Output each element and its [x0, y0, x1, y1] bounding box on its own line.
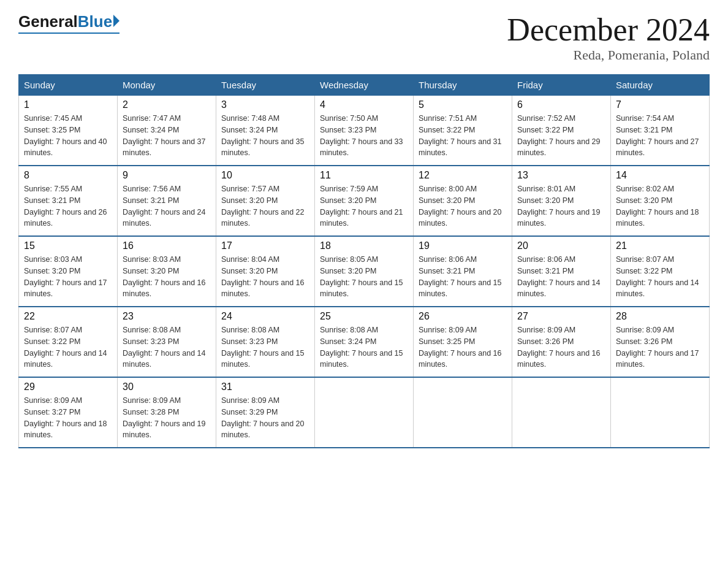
- day-info: Sunrise: 8:09 AMSunset: 3:26 PMDaylight:…: [616, 324, 704, 370]
- day-number: 4: [320, 99, 408, 110]
- calendar-cell: 4Sunrise: 7:50 AMSunset: 3:23 PMDaylight…: [315, 96, 414, 166]
- header-friday: Friday: [512, 75, 611, 96]
- calendar-cell: 18Sunrise: 8:05 AMSunset: 3:20 PMDayligh…: [315, 236, 414, 307]
- day-info: Sunrise: 8:09 AMSunset: 3:27 PMDaylight:…: [24, 395, 112, 441]
- logo-arrow-icon: [113, 15, 119, 27]
- day-number: 2: [123, 99, 211, 110]
- day-number: 16: [123, 240, 211, 251]
- calendar-cell: 14Sunrise: 8:02 AMSunset: 3:20 PMDayligh…: [611, 166, 710, 236]
- calendar-cell: 2Sunrise: 7:47 AMSunset: 3:24 PMDaylight…: [118, 96, 216, 166]
- day-number: 18: [320, 240, 408, 251]
- day-info: Sunrise: 8:08 AMSunset: 3:24 PMDaylight:…: [320, 324, 408, 370]
- day-info: Sunrise: 8:08 AMSunset: 3:23 PMDaylight:…: [221, 324, 309, 370]
- day-info: Sunrise: 8:07 AMSunset: 3:22 PMDaylight:…: [24, 324, 112, 370]
- header-saturday: Saturday: [611, 75, 710, 96]
- month-title: December 2024: [507, 12, 710, 47]
- day-number: 15: [24, 240, 112, 251]
- day-info: Sunrise: 8:07 AMSunset: 3:22 PMDaylight:…: [616, 254, 704, 300]
- calendar-cell: [315, 377, 414, 448]
- day-info: Sunrise: 8:09 AMSunset: 3:29 PMDaylight:…: [221, 395, 309, 441]
- day-number: 21: [616, 240, 704, 251]
- calendar-cell: 10Sunrise: 7:57 AMSunset: 3:20 PMDayligh…: [216, 166, 315, 236]
- calendar-cell: 8Sunrise: 7:55 AMSunset: 3:21 PMDaylight…: [19, 166, 118, 236]
- calendar-cell: 9Sunrise: 7:56 AMSunset: 3:21 PMDaylight…: [118, 166, 216, 236]
- day-info: Sunrise: 7:50 AMSunset: 3:23 PMDaylight:…: [320, 113, 408, 159]
- day-number: 20: [517, 240, 605, 251]
- day-info: Sunrise: 7:52 AMSunset: 3:22 PMDaylight:…: [517, 113, 605, 159]
- calendar-cell: 22Sunrise: 8:07 AMSunset: 3:22 PMDayligh…: [19, 307, 118, 377]
- location-title: Reda, Pomerania, Poland: [507, 47, 710, 63]
- day-info: Sunrise: 7:45 AMSunset: 3:25 PMDaylight:…: [24, 113, 112, 159]
- calendar-cell: 29Sunrise: 8:09 AMSunset: 3:27 PMDayligh…: [19, 377, 118, 448]
- day-number: 19: [419, 240, 507, 251]
- calendar-cell: 21Sunrise: 8:07 AMSunset: 3:22 PMDayligh…: [611, 236, 710, 307]
- calendar-cell: 6Sunrise: 7:52 AMSunset: 3:22 PMDaylight…: [512, 96, 611, 166]
- calendar-week-row: 29Sunrise: 8:09 AMSunset: 3:27 PMDayligh…: [19, 377, 710, 448]
- header-sunday: Sunday: [19, 75, 118, 96]
- day-number: 10: [221, 170, 309, 181]
- day-number: 1: [24, 99, 112, 110]
- day-number: 6: [517, 99, 605, 110]
- calendar-week-row: 8Sunrise: 7:55 AMSunset: 3:21 PMDaylight…: [19, 166, 710, 236]
- day-info: Sunrise: 8:00 AMSunset: 3:20 PMDaylight:…: [419, 183, 507, 229]
- calendar-cell: 15Sunrise: 8:03 AMSunset: 3:20 PMDayligh…: [19, 236, 118, 307]
- day-info: Sunrise: 7:54 AMSunset: 3:21 PMDaylight:…: [616, 113, 704, 159]
- calendar-cell: [611, 377, 710, 448]
- day-info: Sunrise: 8:09 AMSunset: 3:26 PMDaylight:…: [517, 324, 605, 370]
- header-thursday: Thursday: [414, 75, 512, 96]
- day-number: 30: [123, 381, 211, 393]
- logo-general-text: General: [18, 12, 78, 31]
- calendar-cell: 26Sunrise: 8:09 AMSunset: 3:25 PMDayligh…: [414, 307, 512, 377]
- day-info: Sunrise: 8:09 AMSunset: 3:28 PMDaylight:…: [123, 395, 211, 441]
- day-info: Sunrise: 8:02 AMSunset: 3:20 PMDaylight:…: [616, 183, 704, 229]
- day-info: Sunrise: 7:57 AMSunset: 3:20 PMDaylight:…: [221, 183, 309, 229]
- day-info: Sunrise: 7:56 AMSunset: 3:21 PMDaylight:…: [123, 183, 211, 229]
- day-info: Sunrise: 8:06 AMSunset: 3:21 PMDaylight:…: [419, 254, 507, 300]
- day-number: 22: [24, 311, 112, 322]
- day-info: Sunrise: 8:04 AMSunset: 3:20 PMDaylight:…: [221, 254, 309, 300]
- calendar-cell: 17Sunrise: 8:04 AMSunset: 3:20 PMDayligh…: [216, 236, 315, 307]
- day-info: Sunrise: 8:09 AMSunset: 3:25 PMDaylight:…: [419, 324, 507, 370]
- day-info: Sunrise: 8:05 AMSunset: 3:20 PMDaylight:…: [320, 254, 408, 300]
- page-header: General Blue December 2024 Reda, Pomeran…: [18, 12, 710, 63]
- calendar-table: Sunday Monday Tuesday Wednesday Thursday…: [18, 74, 710, 448]
- calendar-cell: 28Sunrise: 8:09 AMSunset: 3:26 PMDayligh…: [611, 307, 710, 377]
- calendar-header-row: Sunday Monday Tuesday Wednesday Thursday…: [19, 75, 710, 96]
- day-number: 9: [123, 170, 211, 181]
- calendar-cell: 27Sunrise: 8:09 AMSunset: 3:26 PMDayligh…: [512, 307, 611, 377]
- calendar-week-row: 1Sunrise: 7:45 AMSunset: 3:25 PMDaylight…: [19, 96, 710, 166]
- calendar-cell: 1Sunrise: 7:45 AMSunset: 3:25 PMDaylight…: [19, 96, 118, 166]
- day-info: Sunrise: 7:59 AMSunset: 3:20 PMDaylight:…: [320, 183, 408, 229]
- calendar-week-row: 15Sunrise: 8:03 AMSunset: 3:20 PMDayligh…: [19, 236, 710, 307]
- day-info: Sunrise: 8:03 AMSunset: 3:20 PMDaylight:…: [123, 254, 211, 300]
- day-info: Sunrise: 8:08 AMSunset: 3:23 PMDaylight:…: [123, 324, 211, 370]
- calendar-cell: 7Sunrise: 7:54 AMSunset: 3:21 PMDaylight…: [611, 96, 710, 166]
- day-number: 13: [517, 170, 605, 181]
- calendar-cell: 30Sunrise: 8:09 AMSunset: 3:28 PMDayligh…: [118, 377, 216, 448]
- calendar-cell: 24Sunrise: 8:08 AMSunset: 3:23 PMDayligh…: [216, 307, 315, 377]
- day-number: 17: [221, 240, 309, 251]
- day-info: Sunrise: 7:51 AMSunset: 3:22 PMDaylight:…: [419, 113, 507, 159]
- day-info: Sunrise: 8:01 AMSunset: 3:20 PMDaylight:…: [517, 183, 605, 229]
- day-number: 24: [221, 311, 309, 322]
- day-number: 7: [616, 99, 704, 110]
- day-number: 25: [320, 311, 408, 322]
- header-wednesday: Wednesday: [315, 75, 414, 96]
- day-number: 27: [517, 311, 605, 322]
- day-number: 28: [616, 311, 704, 322]
- day-info: Sunrise: 7:55 AMSunset: 3:21 PMDaylight:…: [24, 183, 112, 229]
- calendar-week-row: 22Sunrise: 8:07 AMSunset: 3:22 PMDayligh…: [19, 307, 710, 377]
- calendar-cell: 20Sunrise: 8:06 AMSunset: 3:21 PMDayligh…: [512, 236, 611, 307]
- day-number: 26: [419, 311, 507, 322]
- calendar-cell: 16Sunrise: 8:03 AMSunset: 3:20 PMDayligh…: [118, 236, 216, 307]
- logo-blue-part: Blue: [78, 12, 119, 31]
- logo-blue-text: Blue: [78, 12, 112, 31]
- calendar-cell: [414, 377, 512, 448]
- logo-underline: [18, 33, 119, 34]
- header-tuesday: Tuesday: [216, 75, 315, 96]
- day-number: 23: [123, 311, 211, 322]
- calendar-cell: 19Sunrise: 8:06 AMSunset: 3:21 PMDayligh…: [414, 236, 512, 307]
- day-info: Sunrise: 8:03 AMSunset: 3:20 PMDaylight:…: [24, 254, 112, 300]
- day-number: 11: [320, 170, 408, 181]
- calendar-cell: 31Sunrise: 8:09 AMSunset: 3:29 PMDayligh…: [216, 377, 315, 448]
